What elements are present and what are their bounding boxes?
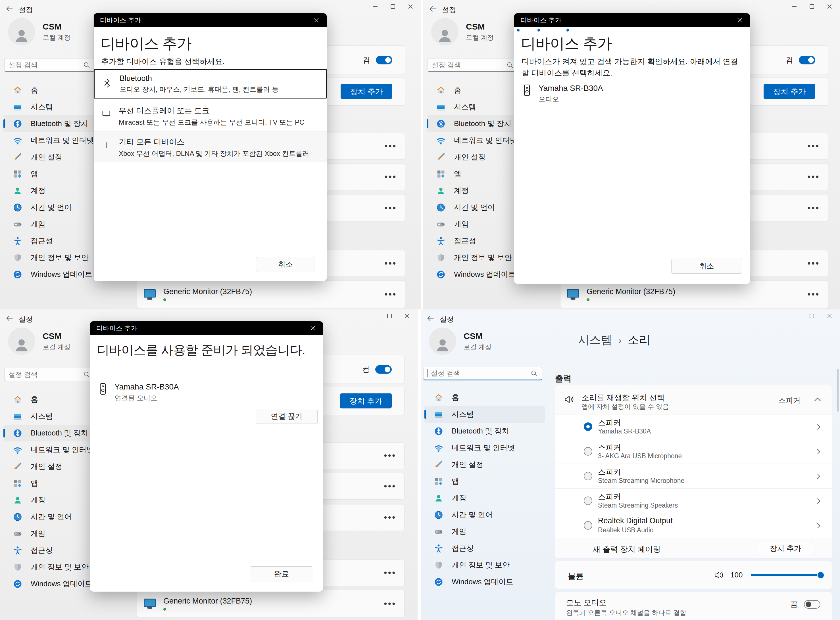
disconnect-button[interactable]: 연결 끊기 xyxy=(256,409,318,424)
more-options-icon[interactable]: ••• xyxy=(807,290,820,299)
account-name: CSM xyxy=(42,331,71,341)
close-button[interactable] xyxy=(821,309,838,322)
nav-item[interactable]: 시간 및 언어 xyxy=(424,506,545,523)
nav-item[interactable]: 홈 xyxy=(424,389,545,406)
search-input[interactable]: 설정 검색 xyxy=(428,58,518,72)
search-input[interactable]: 설정 검색 xyxy=(423,367,542,381)
monitor-device-row[interactable]: Generic Monitor (32FB75) ••• xyxy=(137,280,405,308)
nav-item[interactable]: 접근성 xyxy=(424,540,545,557)
device-type-option[interactable]: 기타 모든 디바이스Xbox 무선 어댑터, DLNA 및 기타 장치가 포함된… xyxy=(94,131,327,163)
mono-toggle-off[interactable] xyxy=(804,600,820,609)
more-options-icon[interactable]: ••• xyxy=(384,599,396,609)
search-input[interactable]: 설정 검색 xyxy=(4,368,95,381)
bluetooth-toggle[interactable]: 컴 xyxy=(362,364,392,375)
nav-item[interactable]: 게임 xyxy=(424,523,545,540)
toggle-on[interactable] xyxy=(376,56,392,64)
maximize-button[interactable] xyxy=(803,0,821,13)
bluetooth-toggle[interactable]: 컴 xyxy=(786,55,815,65)
back-icon[interactable] xyxy=(426,314,434,322)
more-options-icon[interactable]: ••• xyxy=(385,141,397,151)
nav-item[interactable]: Bluetooth 및 장치 xyxy=(424,423,545,439)
nav-item[interactable]: 앱 xyxy=(424,473,545,490)
more-options-icon[interactable]: ••• xyxy=(807,203,820,213)
monitor-device-row[interactable]: Generic Monitor (32FB75) ••• xyxy=(560,280,828,308)
toggle-on[interactable] xyxy=(375,365,392,373)
nav-item[interactable]: 네트워크 및 인터넷 xyxy=(424,439,545,456)
search-input[interactable]: 설정 검색 xyxy=(4,58,95,72)
account-name: CSM xyxy=(464,331,492,341)
minimize-button[interactable] xyxy=(363,309,381,322)
maximize-button[interactable] xyxy=(381,309,398,322)
device-type-option[interactable]: Bluetooth오디오 장치, 마우스, 키보드, 휴대폰, 펜, 컨트롤러 … xyxy=(94,69,327,98)
output-device-row[interactable]: 스피커 Yamaha SR-B30A xyxy=(555,414,832,439)
device-type-option[interactable]: 무선 디스플레이 또는 도크Miracast 또는 무선 도크를 사용하는 무선… xyxy=(94,101,327,131)
volume-slider[interactable] xyxy=(751,574,823,576)
dialog-close-button[interactable] xyxy=(306,324,319,333)
add-device-button[interactable]: 장치 추가 xyxy=(341,84,392,99)
found-device-row[interactable]: Yamaha SR-B30A 오디오 xyxy=(523,84,603,104)
cancel-button[interactable]: 취소 xyxy=(256,257,315,272)
maximize-button[interactable] xyxy=(384,0,402,13)
scrollbar[interactable] xyxy=(837,369,838,412)
more-options-icon[interactable]: ••• xyxy=(384,568,396,578)
close-button[interactable] xyxy=(398,309,416,322)
more-options-icon[interactable]: ••• xyxy=(807,259,820,268)
more-options-icon[interactable]: ••• xyxy=(807,141,820,151)
more-options-icon[interactable]: ••• xyxy=(807,172,820,182)
more-options-icon[interactable]: ••• xyxy=(385,259,397,268)
volume-card: 볼륨 100 xyxy=(555,561,832,589)
back-icon[interactable] xyxy=(5,314,14,322)
radio-button[interactable] xyxy=(584,521,592,530)
system-icon xyxy=(13,102,22,111)
more-options-icon[interactable]: ••• xyxy=(385,203,397,213)
more-options-icon[interactable]: ••• xyxy=(385,172,397,182)
more-options-icon[interactable]: ••• xyxy=(384,482,396,491)
system-icon xyxy=(436,102,445,111)
display-outline-icon xyxy=(102,108,110,119)
minimize-button[interactable] xyxy=(786,309,803,322)
more-options-icon[interactable]: ••• xyxy=(384,451,396,460)
breadcrumb-parent[interactable]: 시스템 xyxy=(578,332,612,348)
nav-item[interactable]: 시스템 xyxy=(424,406,545,423)
nav-item[interactable]: 개인 정보 및 보안 xyxy=(424,557,545,573)
bluetooth-toggle[interactable]: 컴 xyxy=(363,55,392,65)
cancel-button[interactable]: 취소 xyxy=(671,259,742,274)
slider-thumb[interactable] xyxy=(817,572,824,579)
account-card: CSM 로컬 계정 xyxy=(8,18,71,45)
minimize-button[interactable] xyxy=(786,0,803,13)
dialog-close-button[interactable] xyxy=(310,15,323,25)
pair-device-button[interactable]: 장치 추가 xyxy=(758,542,813,555)
close-button[interactable] xyxy=(402,0,419,13)
output-picker-header[interactable]: 소리를 재생할 위치 선택 앱에 자체 설정이 있을 수 있음 스피커 xyxy=(555,385,832,414)
radio-button[interactable] xyxy=(584,423,592,431)
monitor-device-row[interactable]: Generic Monitor (32FB75) ••• xyxy=(137,590,404,617)
add-device-button[interactable]: 장치 추가 xyxy=(340,393,392,408)
mono-toggle-label: 끔 xyxy=(790,599,798,609)
output-device-row[interactable]: 스피커 Steam Streaming Microphone xyxy=(555,463,832,488)
done-button[interactable]: 완료 xyxy=(250,566,313,581)
radio-button[interactable] xyxy=(584,472,592,480)
nav-item[interactable]: 개인 설정 xyxy=(424,456,545,473)
close-button[interactable] xyxy=(821,0,838,13)
more-options-icon[interactable]: ••• xyxy=(384,513,396,522)
dialog-close-button[interactable] xyxy=(733,15,746,25)
output-device-row[interactable]: 스피커 3- AKG Ara USB Microphone xyxy=(555,439,832,463)
volume-icon[interactable] xyxy=(714,570,725,580)
device-name: Generic Monitor (32FB75) xyxy=(163,597,252,605)
update-icon xyxy=(13,270,22,279)
time-icon xyxy=(13,512,22,522)
minimize-button[interactable] xyxy=(366,0,384,13)
output-device-row[interactable]: 스피커 Steam Streaming Speakers xyxy=(555,488,832,513)
more-options-icon[interactable]: ••• xyxy=(385,290,397,299)
back-icon[interactable] xyxy=(428,5,437,13)
maximize-button[interactable] xyxy=(803,309,821,322)
radio-button[interactable] xyxy=(584,447,592,456)
back-icon[interactable] xyxy=(5,5,14,13)
nav-item[interactable]: 계정 xyxy=(424,490,545,506)
chevron-up-icon[interactable] xyxy=(814,397,821,402)
radio-button[interactable] xyxy=(584,497,592,505)
toggle-on[interactable] xyxy=(799,56,815,64)
add-device-button[interactable]: 장치 추가 xyxy=(763,84,815,99)
nav-item[interactable]: Windows 업데이트 xyxy=(424,573,545,590)
output-device-row[interactable]: Realtek Digital Output Realtek USB Audio xyxy=(555,513,832,538)
